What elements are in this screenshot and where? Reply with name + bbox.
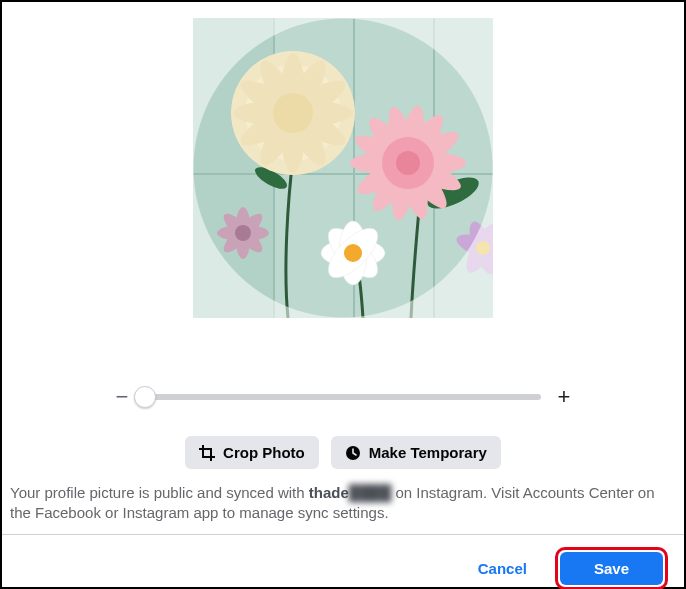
svg-point-18	[273, 93, 313, 133]
main-area: − + Crop Photo Make Temporary Your profi…	[2, 2, 684, 535]
desc-prefix: Your profile picture is public and synce…	[10, 484, 309, 501]
zoom-slider-thumb[interactable]	[134, 386, 156, 408]
profile-picture-editor: − + Crop Photo Make Temporary Your profi…	[0, 0, 686, 589]
save-highlight: Save	[555, 547, 668, 590]
zoom-slider[interactable]	[145, 394, 541, 400]
synced-username: thade████	[309, 484, 392, 501]
svg-point-41	[476, 241, 490, 255]
crop-photo-label: Crop Photo	[223, 444, 305, 461]
cancel-button[interactable]: Cancel	[466, 552, 539, 585]
svg-point-37	[344, 244, 362, 262]
sync-description: Your profile picture is public and synce…	[2, 469, 684, 535]
zoom-in-icon[interactable]: +	[555, 386, 573, 408]
dialog-footer: Cancel Save	[2, 535, 684, 590]
preview-image	[193, 18, 493, 318]
image-crop-preview[interactable]	[193, 18, 493, 318]
action-row: Crop Photo Make Temporary	[185, 436, 501, 469]
svg-point-27	[396, 151, 420, 175]
clock-icon	[345, 445, 361, 461]
zoom-out-icon[interactable]: −	[113, 386, 131, 408]
make-temporary-label: Make Temporary	[369, 444, 487, 461]
zoom-slider-row: − +	[113, 386, 573, 408]
make-temporary-button[interactable]: Make Temporary	[331, 436, 501, 469]
svg-point-32	[235, 225, 251, 241]
save-button[interactable]: Save	[560, 552, 663, 585]
crop-photo-button[interactable]: Crop Photo	[185, 436, 319, 469]
crop-icon	[199, 445, 215, 461]
